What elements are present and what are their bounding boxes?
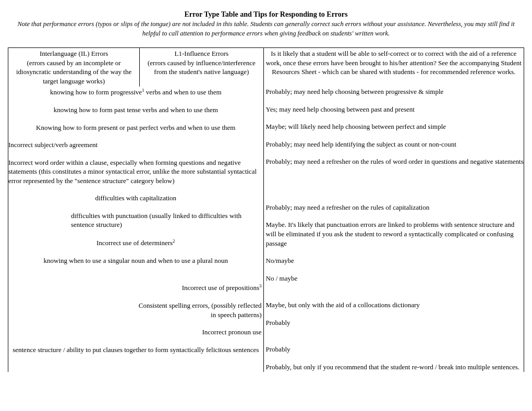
cell-text: knowing how to form progressive xyxy=(50,89,142,96)
header-col2-subtitle: (errors caused by influence/interference… xyxy=(148,59,256,76)
table-row: No/maybe xyxy=(264,256,524,274)
table-row: Incorrect word order within a clause, es… xyxy=(8,158,263,194)
cell-text: Maybe; will likely need help choosing be… xyxy=(264,122,524,140)
cell-text: Incorrect pronoun use xyxy=(8,328,263,345)
cell-text: Incorrect use of prepositions xyxy=(182,284,259,292)
footnote-ref: 2 xyxy=(173,238,175,244)
table-row: difficulties with capitalization xyxy=(8,194,263,211)
cell-text: Probably xyxy=(264,345,524,362)
cell-text: verbs and when to use them xyxy=(144,89,222,96)
table-row: Incorrect pronoun use xyxy=(8,328,263,345)
cell-text: Probably; may need help identifying the … xyxy=(264,140,524,158)
table-row: Incorrect use of determiners2 xyxy=(8,238,263,256)
error-type-table: Interlanguage (IL) Errors (errors caused… xyxy=(8,47,524,372)
cell-text: Incorrect word order within a clause, es… xyxy=(8,158,263,194)
cell-text: knowing how to form past tense verbs and… xyxy=(8,105,263,123)
table-row: Consistent spelling errors, (possibly re… xyxy=(8,301,263,328)
cell-text: Incorrect subject/verb agreement xyxy=(8,140,263,158)
table-row: difficulties with punctuation (usually l… xyxy=(8,211,263,238)
header-col2-title: L1-Influence Errors xyxy=(142,49,261,58)
header-col1: Interlanguage (IL) Errors (errors caused… xyxy=(8,48,140,87)
cell-text: knowing when to use a singular noun and … xyxy=(8,256,263,283)
table-row: Maybe. It's likely that punctuation erro… xyxy=(264,220,524,256)
cell-text: sentence structure / ability to put clau… xyxy=(8,345,263,355)
table-row: No / maybe xyxy=(264,274,524,301)
cell-text: Incorrect use of determiners xyxy=(96,239,173,247)
cell-text: Probably; may need help choosing between… xyxy=(264,87,524,105)
cell-text: No / maybe xyxy=(264,274,524,301)
cell-text: Probably xyxy=(264,318,524,345)
cell-text: Probably; may need a refresher on the ru… xyxy=(264,203,524,221)
doc-title: Error Type Table and Tips for Responding… xyxy=(8,10,524,19)
cell-text: Maybe, but only with the aid of a colloc… xyxy=(264,300,524,318)
table-row: Yes; may need help choosing between past… xyxy=(264,105,524,123)
table-row: knowing how to form progressive1 verbs a… xyxy=(8,87,263,105)
table-row: Maybe; will likely need help choosing be… xyxy=(264,122,524,140)
header-col2: L1-Influence Errors (errors caused by in… xyxy=(140,48,263,87)
cell-text: Probably, but only if you recommend that… xyxy=(264,362,524,372)
header-col1-subtitle: (errors caused by an incomplete or idios… xyxy=(16,59,131,85)
table-row: Probably xyxy=(264,318,524,345)
doc-note: Note that performance errors (typos or s… xyxy=(8,20,524,38)
cell-text: Consistent spelling errors, (possibly re… xyxy=(8,301,263,328)
table-row: Probably; may need a refresher on the ru… xyxy=(264,157,524,203)
table-row: knowing how to form progressive1 verbs a… xyxy=(8,87,524,372)
table-row: Knowing how to form present or past perf… xyxy=(8,123,263,141)
table-row: Probably xyxy=(264,345,524,362)
cell-text: Maybe. It's likely that punctuation erro… xyxy=(264,220,524,256)
table-row: Incorrect subject/verb agreement xyxy=(8,140,263,158)
cell-text: No/maybe xyxy=(264,256,524,274)
table-row: Maybe, but only with the aid of a colloc… xyxy=(264,300,524,318)
table-row: Probably; may need a refresher on the ru… xyxy=(264,203,524,221)
table-row: Probably, but only if you recommend that… xyxy=(264,362,524,372)
footnote-ref: 3 xyxy=(259,283,262,288)
table-row: Incorrect use of prepositions3 xyxy=(8,283,263,301)
table-row: knowing how to form past tense verbs and… xyxy=(8,105,263,123)
cell-text: Knowing how to form present or past perf… xyxy=(8,123,263,141)
table-row: Probably; may need help choosing between… xyxy=(264,87,524,105)
header-col1-title: Interlanguage (IL) Errors xyxy=(10,49,137,58)
cell-text: Yes; may need help choosing between past… xyxy=(264,105,524,123)
cell-text: difficulties with capitalization xyxy=(8,194,263,211)
table-row: Probably; may need help identifying the … xyxy=(264,140,524,158)
table-row: knowing when to use a singular noun and … xyxy=(8,256,263,283)
table-header-row: Interlanguage (IL) Errors (errors caused… xyxy=(8,48,524,87)
cell-text: difficulties with punctuation (usually l… xyxy=(8,211,263,238)
header-col3: Is it likely that a student will be able… xyxy=(263,48,524,87)
cell-text: Probably; may need a refresher on the ru… xyxy=(264,157,524,203)
table-row: sentence structure / ability to put clau… xyxy=(8,345,263,355)
